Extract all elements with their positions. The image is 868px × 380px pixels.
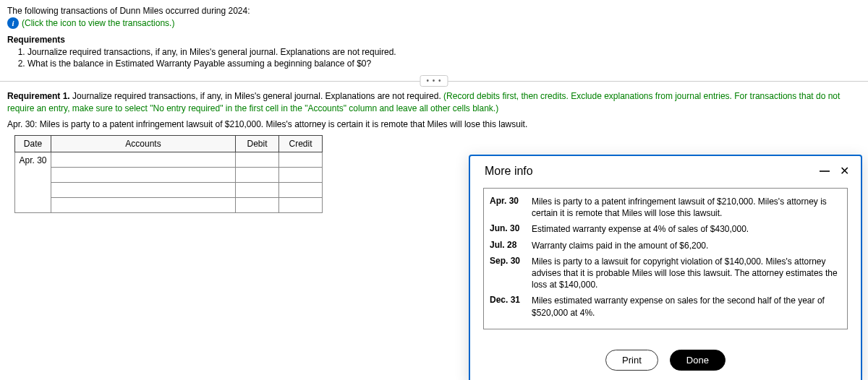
modal-title: More info — [485, 165, 533, 178]
close-icon[interactable]: ✕ — [840, 165, 849, 177]
info-text: Estimated warranty expense at 4% of sale… — [532, 223, 841, 235]
info-text: Miles estimated warranty expense on sale… — [532, 295, 841, 318]
accounts-input[interactable] — [51, 152, 235, 167]
info-icon[interactable]: i — [7, 17, 19, 29]
requirement-1: Journalize required transactions, if any… — [27, 46, 861, 58]
modal-header: More info ✕ — [470, 156, 861, 188]
debit-input[interactable] — [236, 183, 278, 197]
info-row: Sep. 30Miles is party to a lawsuit for c… — [490, 256, 841, 291]
more-info-modal: More info ✕ Apr. 30Miles is party to a p… — [469, 155, 862, 380]
info-row: Dec. 31Miles estimated warranty expense … — [490, 295, 841, 318]
credit-input[interactable] — [279, 168, 322, 182]
accounts-input[interactable] — [51, 168, 235, 182]
info-date: Jul. 28 — [490, 240, 532, 250]
info-text: Warranty claims paid in the amount of $6… — [532, 240, 841, 251]
req1-instruction: Requirement 1. Journalize required trans… — [7, 90, 861, 115]
intro-text: The following transactions of Dunn Miles… — [7, 6, 861, 16]
info-text: Miles is party to a patent infringement … — [532, 196, 841, 219]
apr30-transaction-text: Apr. 30: Miles is party to a patent infr… — [7, 119, 861, 129]
minimize-icon[interactable] — [820, 170, 830, 172]
table-row — [15, 197, 323, 212]
date-cell: Apr. 30 — [15, 152, 51, 212]
req1-text: Journalize required transactions, if any… — [70, 91, 443, 101]
info-row: Jul. 28Warranty claims paid in the amoun… — [490, 240, 841, 251]
requirements-block: Requirements Journalize required transac… — [7, 35, 861, 69]
info-row: Jun. 30Estimated warranty expense at 4% … — [490, 223, 841, 235]
click-hint-text: (Click the icon to view the transactions… — [22, 18, 174, 28]
print-button[interactable]: Print — [605, 350, 658, 371]
transactions-frame: Apr. 30Miles is party to a patent infrin… — [483, 188, 848, 329]
click-hint-line: i (Click the icon to view the transactio… — [7, 17, 861, 29]
journal-table: Date Accounts Debit Credit Apr. 30 — [14, 135, 323, 213]
table-row — [15, 167, 323, 182]
credit-input[interactable] — [279, 198, 322, 212]
problem-header: The following transactions of Dunn Miles… — [0, 0, 868, 72]
table-row — [15, 182, 323, 197]
col-header-debit: Debit — [236, 135, 279, 152]
modal-footer: Print Done — [470, 340, 861, 380]
requirement-2: What is the balance in Estimated Warrant… — [27, 58, 861, 69]
col-header-accounts: Accounts — [51, 135, 236, 152]
done-button[interactable]: Done — [670, 350, 726, 371]
info-date: Sep. 30 — [490, 256, 532, 266]
table-row: Apr. 30 — [15, 152, 323, 167]
info-row: Apr. 30Miles is party to a patent infrin… — [490, 196, 841, 219]
col-header-credit: Credit — [279, 135, 323, 152]
debit-input[interactable] — [236, 152, 278, 167]
credit-input[interactable] — [279, 152, 322, 167]
ellipsis-icon[interactable]: • • • — [420, 75, 448, 87]
debit-input[interactable] — [236, 198, 278, 212]
requirements-title: Requirements — [7, 35, 861, 45]
col-header-date: Date — [15, 135, 51, 152]
info-date: Apr. 30 — [490, 196, 532, 206]
info-date: Jun. 30 — [490, 223, 532, 233]
info-text: Miles is party to a lawsuit for copyrigh… — [532, 256, 841, 291]
debit-input[interactable] — [236, 168, 278, 182]
accounts-input[interactable] — [51, 198, 235, 212]
credit-input[interactable] — [279, 183, 322, 197]
req1-label: Requirement 1. — [7, 91, 70, 101]
accounts-input[interactable] — [51, 183, 235, 197]
info-date: Dec. 31 — [490, 295, 532, 305]
